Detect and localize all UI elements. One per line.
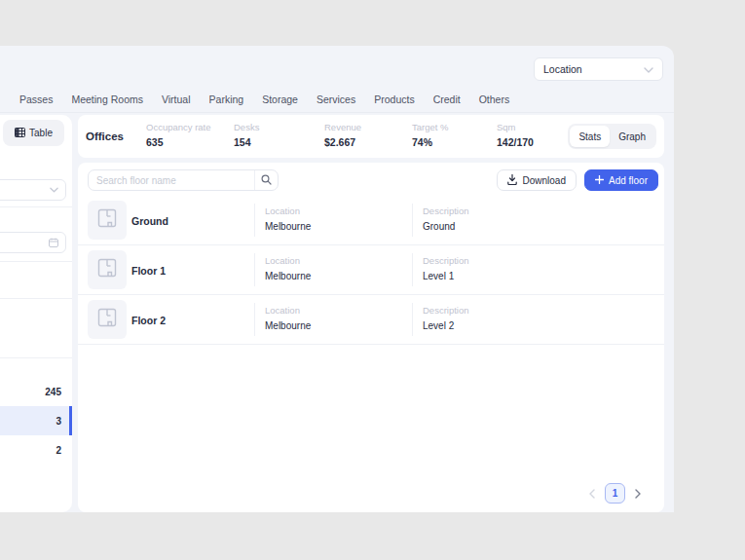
stats-graph-toggle: Stats Graph: [568, 124, 656, 149]
add-floor-label: Add floor: [609, 175, 648, 186]
floor-description: Description Level 2: [423, 305, 469, 331]
stats-card: Offices Occupancy rate 635 Desks 154 Rev…: [78, 115, 664, 158]
metric-occupancy-rate: Occupancy rate 635: [146, 122, 211, 148]
stats-title: Offices: [86, 115, 124, 158]
floor-name: Ground: [131, 196, 168, 245]
tab-products[interactable]: Products: [374, 93, 414, 105]
tab-parking[interactable]: Parking: [209, 93, 244, 105]
tab-credit[interactable]: Credit: [433, 93, 461, 105]
download-button[interactable]: Download: [497, 169, 576, 191]
next-page-button[interactable]: [635, 489, 641, 499]
column-divider: [254, 253, 255, 286]
column-divider: [412, 204, 413, 237]
plus-icon: [595, 175, 604, 186]
floor-location: Location Melbourne: [265, 305, 311, 331]
floor-row-floor-1[interactable]: Floor 1 Location Melbourne Description L…: [78, 245, 664, 295]
floor-description: Description Ground: [423, 205, 469, 232]
add-floor-button[interactable]: Add floor: [584, 169, 658, 191]
floor-tile: [88, 300, 127, 339]
floor-row-floor-2[interactable]: Floor 2 Location Melbourne Description L…: [78, 295, 664, 345]
search-input[interactable]: [89, 170, 254, 190]
tab-storage[interactable]: Storage: [262, 93, 298, 105]
location-selector-value: Location: [543, 63, 582, 75]
sidebar-count-row[interactable]: 245: [0, 377, 72, 406]
floorplan-icon: [97, 208, 117, 232]
app-window: Location Passes Meeting Rooms Virtual Pa…: [0, 46, 674, 512]
count-value: 245: [45, 387, 61, 397]
count-value: 3: [56, 416, 61, 427]
download-icon: [507, 174, 517, 187]
floor-row-ground[interactable]: Ground Location Melbourne Description Gr…: [78, 196, 664, 245]
tab-services[interactable]: Services: [317, 93, 355, 105]
count-value: 2: [56, 445, 61, 456]
location-selector[interactable]: Location: [534, 57, 663, 81]
table-grid-icon: [15, 128, 25, 139]
floor-description: Description Level 1: [423, 255, 469, 281]
sidebar-divider: [0, 357, 72, 358]
pagination: 1: [589, 483, 641, 504]
sidebar-count-row[interactable]: 2: [0, 435, 72, 465]
toggle-graph[interactable]: Graph: [610, 126, 654, 147]
floorplan-icon: [97, 258, 117, 281]
floor-location: Location Melbourne: [265, 255, 311, 281]
sidebar-panel: Table 245 3 2: [0, 115, 72, 512]
sidebar-count-row-active[interactable]: 3: [0, 406, 72, 435]
metric-target: Target % 74%: [412, 122, 449, 148]
floor-name: Floor 1: [131, 245, 166, 295]
floor-tile: [88, 201, 127, 240]
sidebar-filter-dropdown[interactable]: [0, 179, 66, 201]
column-divider: [254, 204, 255, 237]
floor-actions: Download Add floor: [497, 169, 658, 191]
page-number-button[interactable]: 1: [605, 483, 625, 504]
previous-page-button[interactable]: [589, 489, 595, 499]
sidebar-divider: [0, 261, 72, 262]
metric-desks: Desks 154: [234, 122, 259, 148]
header-divider: [0, 112, 674, 113]
calendar-icon: [49, 238, 58, 247]
column-divider: [412, 303, 413, 336]
floor-location: Location Melbourne: [265, 205, 311, 232]
floorplan-icon: [97, 308, 117, 331]
floor-search: [88, 169, 279, 191]
tab-bar: Passes Meeting Rooms Virtual Parking Sto…: [0, 87, 674, 112]
metric-revenue: Revenue $2.667: [324, 122, 361, 148]
floor-tile: [88, 250, 127, 289]
column-divider: [412, 253, 413, 286]
sidebar-divider: [0, 206, 72, 207]
floors-card: Download Add floor Ground Location: [78, 163, 664, 512]
search-icon: [261, 171, 272, 189]
column-divider: [254, 303, 255, 336]
tab-meeting-rooms[interactable]: Meeting Rooms: [71, 93, 143, 105]
toggle-stats[interactable]: Stats: [570, 126, 610, 147]
chevron-down-icon: [50, 187, 58, 193]
tab-others[interactable]: Others: [479, 93, 510, 105]
search-button[interactable]: [254, 170, 278, 190]
active-row-indicator: [69, 406, 72, 435]
floor-list: Ground Location Melbourne Description Gr…: [78, 196, 664, 345]
floor-name: Floor 2: [131, 295, 166, 345]
screen: { "header": { "location_selector": { "va…: [0, 0, 745, 560]
tab-virtual[interactable]: Virtual: [162, 93, 191, 105]
sidebar-date-field[interactable]: [0, 232, 66, 253]
download-label: Download: [522, 175, 565, 186]
tab-passes[interactable]: Passes: [19, 93, 53, 105]
chevron-down-icon: [644, 63, 653, 75]
sidebar-divider: [0, 298, 72, 299]
table-view-button[interactable]: Table: [3, 120, 64, 146]
table-view-label: Table: [29, 128, 53, 138]
metric-sqm: Sqm 142/170: [497, 122, 534, 148]
